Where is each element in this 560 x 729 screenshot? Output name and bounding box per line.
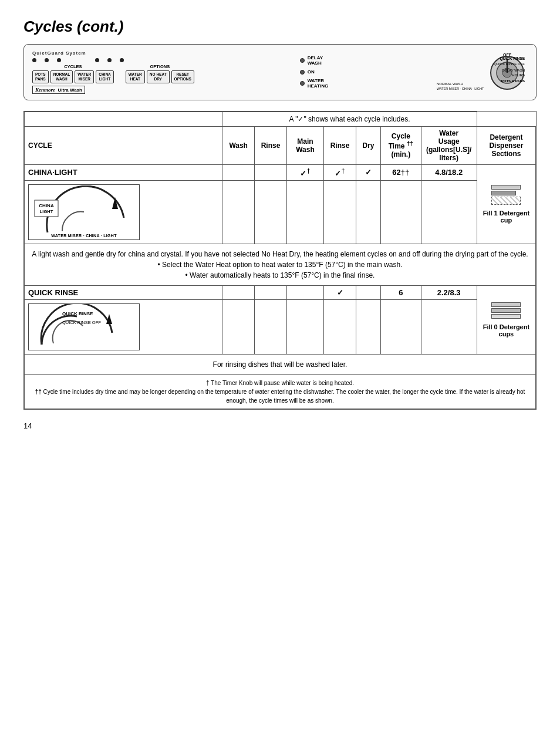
svg-text:WATER MISER · CHINA · LIGHT: WATER MISER · CHINA · LIGHT bbox=[437, 87, 484, 90]
page-number: 14 bbox=[23, 421, 537, 430]
quick-rinse-label: QUICK RINSE bbox=[28, 288, 78, 297]
china-row2-dry bbox=[356, 180, 380, 244]
indicator-dot-heating bbox=[300, 81, 305, 86]
qr-rinse bbox=[255, 285, 287, 299]
options-group: OPTIONS WATERHEAT NO HEATDRY RESETOPTION… bbox=[126, 64, 194, 83]
dot-3 bbox=[57, 58, 61, 62]
cycle-btn-normal[interactable]: NORMALWASH bbox=[50, 70, 73, 83]
svg-text:QUICK RINSE OFF: QUICK RINSE OFF bbox=[494, 62, 525, 66]
qr-water-usage: 2.2/8.3 bbox=[421, 285, 477, 299]
indicator-dot-on bbox=[300, 70, 305, 75]
china-detergent-cell: Fill 1 Detergent cup bbox=[477, 164, 535, 244]
cycle-btn-china[interactable]: CHINALIGHT bbox=[96, 70, 114, 83]
china-row2-time bbox=[381, 180, 421, 244]
col-header-wash: Wash bbox=[222, 126, 255, 164]
china-main-wash: ✓† bbox=[286, 164, 323, 180]
china-diagram-row: CHINA LIGHT WATER MISER · CHINA · LIGHT bbox=[25, 180, 536, 244]
page-title: Cycles (cont.) bbox=[23, 18, 537, 36]
svg-text:LIGHT: LIGHT bbox=[39, 209, 53, 214]
qr-main-wash bbox=[286, 285, 323, 299]
quick-rinse-heading: QUICK RINSE bbox=[25, 285, 222, 299]
qr-row2-main-rinse bbox=[324, 299, 356, 354]
dot-1 bbox=[32, 58, 36, 62]
header-note: A "✓" shows what each cycle includes. bbox=[222, 112, 477, 126]
qr-disp-bar-bot bbox=[491, 314, 521, 319]
option-buttons: WATERHEAT NO HEATDRY RESETOPTIONS bbox=[126, 70, 194, 83]
china-dispenser-label: Fill 1 Detergent cup bbox=[481, 210, 532, 224]
china-row2-rinse bbox=[255, 180, 287, 244]
qr-row2-wash bbox=[222, 299, 255, 354]
china-desc-3: • Water automatically heats to 135°F (57… bbox=[31, 270, 529, 281]
qr-wash bbox=[222, 285, 255, 299]
cycle-btn-pots[interactable]: POTSPANS bbox=[32, 70, 49, 83]
qr-diagram-row: QUICK RINSE QUICK RINSE OFF bbox=[25, 299, 536, 354]
options-label: OPTIONS bbox=[126, 64, 194, 69]
header-note-row: A "✓" shows what each cycle includes. bbox=[25, 112, 536, 126]
disp-bar-top bbox=[491, 185, 521, 190]
china-desc-1: A light wash and gentle dry for china an… bbox=[31, 249, 529, 259]
col-header-cycle: CYCLE bbox=[25, 126, 222, 164]
qr-row2-water bbox=[421, 299, 477, 354]
indicator-on: ON bbox=[300, 69, 315, 75]
option-btn-water-heat[interactable]: WATERHEAT bbox=[126, 70, 145, 83]
china-diagram-label: WATER MISER · CHINA · LIGHT bbox=[51, 234, 117, 238]
qr-diagram: QUICK RINSE QUICK RINSE OFF bbox=[28, 303, 140, 350]
col-header-main-rinse: Rinse bbox=[324, 126, 356, 164]
ultra-wash-label: Kenmore Ultra Wash bbox=[32, 86, 85, 94]
cycles-label: CYCLES bbox=[32, 64, 114, 69]
column-headers-row: CYCLE Wash Rinse MainWash Rinse Dry Cycl… bbox=[25, 126, 536, 164]
col-header-detergent: DetergentDispenserSections bbox=[477, 126, 535, 164]
option-btn-no-heat[interactable]: NO HEATDRY bbox=[147, 70, 170, 83]
svg-text:POTS & PANS: POTS & PANS bbox=[501, 79, 525, 83]
disp-bar-dotted bbox=[491, 197, 521, 205]
dial-svg: OFF QUICK RINSE QUICK RINSE OFF DELAY WA… bbox=[434, 53, 528, 93]
qr-row2-main-wash bbox=[286, 299, 323, 354]
dot-4 bbox=[95, 58, 99, 62]
col-header-rinse: Rinse bbox=[255, 126, 287, 164]
china-description-cell: A light wash and gentle dry for china an… bbox=[25, 244, 536, 285]
disp-bar-mid bbox=[491, 191, 516, 195]
cycle-buttons: POTSPANS NORMALWASH WATERMISER CHINALIGH… bbox=[32, 70, 114, 83]
china-dispenser: Fill 1 Detergent cup bbox=[481, 185, 532, 224]
indicator-delay: DELAYWASH bbox=[300, 55, 323, 66]
panel-left: QuietGuard System CYCLES POTSPANS NORMAL… bbox=[32, 50, 194, 94]
col-header-main-wash: MainWash bbox=[286, 126, 323, 164]
china-diagram-cell: CHINA LIGHT WATER MISER · CHINA · LIGHT bbox=[25, 180, 222, 244]
control-panel-diagram: QuietGuard System CYCLES POTSPANS NORMAL… bbox=[23, 44, 537, 100]
panel-dots-row bbox=[32, 58, 124, 62]
qr-cycle-time: 6 bbox=[381, 285, 421, 299]
panel-dial: OFF QUICK RINSE QUICK RINSE OFF DELAY WA… bbox=[434, 53, 528, 91]
cycle-btn-water[interactable]: WATERMISER bbox=[75, 70, 94, 83]
svg-text:QUICK RINSE: QUICK RINSE bbox=[500, 56, 525, 61]
qr-dispenser-bars bbox=[491, 302, 521, 319]
china-light-heading: CHINA·LIGHT bbox=[25, 164, 222, 180]
china-desc-2: • Select the Water Heat option to heat w… bbox=[31, 259, 529, 270]
qr-row2-rinse bbox=[255, 299, 287, 354]
indicator-label-on: ON bbox=[308, 69, 315, 75]
cycles-table: A "✓" shows what each cycle includes. CY… bbox=[24, 112, 536, 409]
qr-row2-time bbox=[381, 299, 421, 354]
empty-header-cell bbox=[25, 112, 222, 126]
qr-main-rinse: ✓ bbox=[324, 285, 356, 299]
dot-6 bbox=[120, 58, 124, 62]
china-row2-wash bbox=[222, 180, 255, 244]
qr-row2-dry bbox=[356, 299, 380, 354]
indicator-label-delay: DELAYWASH bbox=[308, 55, 323, 66]
china-dispenser-bars bbox=[491, 185, 521, 205]
option-btn-reset[interactable]: RESETOPTIONS bbox=[171, 70, 194, 83]
col-header-dry: Dry bbox=[356, 126, 380, 164]
china-cycle-time: 62†† bbox=[381, 164, 421, 180]
qr-detergent-cell: Fill 0 Detergent cups bbox=[477, 285, 535, 354]
cycles-table-wrapper: A "✓" shows what each cycle includes. CY… bbox=[23, 111, 537, 410]
qr-desc-1: For rinsing dishes that will be washed l… bbox=[31, 359, 529, 370]
svg-text:CHINA: CHINA bbox=[39, 203, 54, 208]
dot-5 bbox=[107, 58, 112, 62]
svg-text:HOURS: HOURS bbox=[512, 73, 525, 77]
china-light-heading-row: CHINA·LIGHT ✓† ✓† ✓ 62†† 4.8/18.2 bbox=[25, 164, 536, 180]
china-description-row: A light wash and gentle dry for china an… bbox=[25, 244, 536, 285]
qr-dispenser: Fill 0 Detergent cups bbox=[481, 302, 532, 338]
china-diagram: CHINA LIGHT WATER MISER · CHINA · LIGHT bbox=[28, 184, 140, 240]
indicator-label-heating: WATERHEATING bbox=[308, 78, 328, 89]
col-header-cycle-time: CycleTime ††(min.) bbox=[381, 126, 421, 164]
svg-text:QUICK RINSE OFF: QUICK RINSE OFF bbox=[62, 320, 101, 325]
